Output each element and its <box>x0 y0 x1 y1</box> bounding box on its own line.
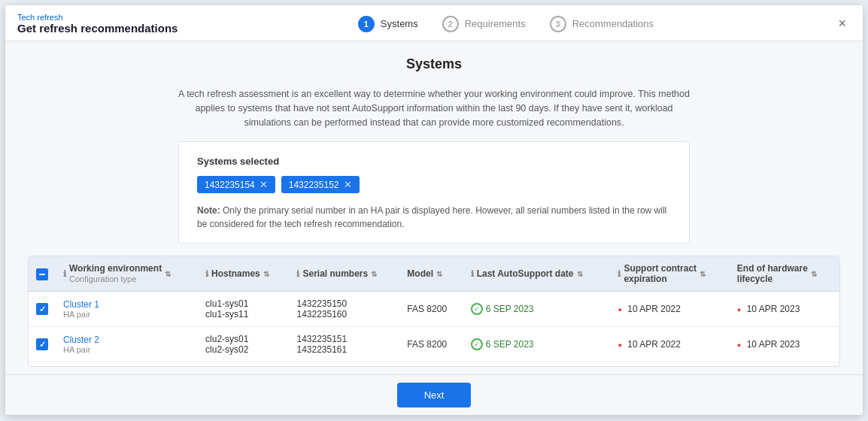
row1-lifecycle-date: 10 APR 2023 <box>747 304 800 314</box>
th-last-autosupport: ℹ Last AutoSupport date ⇅ <box>463 256 611 292</box>
tag-value-1: 1432235154 <box>205 180 255 190</box>
modal-title: Get refresh recommendations <box>17 22 178 35</box>
modal: Tech refresh Get refresh recommendations… <box>5 5 863 415</box>
sort-icon-model[interactable]: ⇅ <box>436 270 442 278</box>
sort-icon-host[interactable]: ⇅ <box>263 270 269 278</box>
row1-checkbox[interactable]: ✓ <box>36 303 48 315</box>
step-systems[interactable]: 1 Systems <box>358 16 418 32</box>
row1-support-date: 10 APR 2022 <box>627 304 681 314</box>
row1-model: FAS 8200 <box>399 292 463 327</box>
step-label-1: Systems <box>381 18 418 29</box>
tag-close-2[interactable]: ✕ <box>344 179 352 190</box>
modal-header: Tech refresh Get refresh recommendations… <box>5 5 863 41</box>
th-info-icon-serial: ℹ <box>296 269 299 279</box>
table-row: ✓ Cluster 1 HA pair clu1-sys01 clu1-sys1… <box>29 292 839 327</box>
tags-row: 1432235154 ✕ 1432235152 ✕ <box>197 176 671 193</box>
systems-selected-card: Systems selected 1432235154 ✕ 1432235152… <box>178 141 690 244</box>
th-checkbox <box>29 256 56 292</box>
row2-checkbox[interactable]: ✓ <box>36 338 48 350</box>
modal-body: Systems A tech refresh assessment is an … <box>5 41 863 374</box>
row2-serial1: 1432235151 <box>296 334 392 344</box>
th-hostnames-label: Hostnames <box>211 268 260 279</box>
row2-status-icon: ✓ <box>471 338 483 350</box>
next-button[interactable]: Next <box>397 383 472 407</box>
th-hostnames: ℹ Hostnames ⇅ <box>198 256 289 292</box>
row1-env-name: Cluster 1 <box>63 299 190 310</box>
step-circle-2: 2 <box>442 16 459 32</box>
th-support-contract: ℹ Support contractexpiration ⇅ <box>610 256 729 292</box>
row2-host1: clu2-sys01 <box>205 334 281 344</box>
row2-support-dot: ● <box>618 341 621 349</box>
row2-serial2: 1432235161 <box>296 344 392 355</box>
table-row: ✓ Cluster 2 HA pair clu2-sys01 clu2-sys0… <box>29 327 839 362</box>
row2-env-type: HA pair <box>63 345 190 354</box>
th-working-env-label: Working environmentConfiguration type <box>69 263 162 284</box>
row3-checkbox-cell <box>29 362 56 367</box>
tag-1432235154: 1432235154 ✕ <box>197 176 275 193</box>
row2-autosupport-date: 6 SEP 2023 <box>486 339 534 350</box>
row1-host2: clu1-sys11 <box>205 309 281 320</box>
row2-lifecycle-dot: ● <box>737 341 741 349</box>
row1-serial2: 1432235160 <box>296 309 392 320</box>
sort-icon-lifecycle[interactable]: ⇅ <box>811 270 817 278</box>
step-recommendations[interactable]: 3 Recommendations <box>550 16 654 32</box>
row1-check-icon: ✓ <box>39 304 46 314</box>
row1-lifecycle-dot: ● <box>737 306 741 313</box>
row3-support-exp: ● 10 APR 2022 <box>610 362 729 367</box>
section-description: A tech refresh assessment is an excellen… <box>178 87 690 129</box>
sort-icon-env[interactable]: ⇅ <box>165 270 171 278</box>
sort-icon-serial[interactable]: ⇅ <box>371 270 377 278</box>
row2-lifecycle: ● 10 APR 2023 <box>730 327 839 362</box>
th-model: Model ⇅ <box>399 256 463 292</box>
row2-serials: 1432235151 1432235161 <box>289 327 399 362</box>
th-autosupport-label: Last AutoSupport date <box>477 268 574 279</box>
th-info-icon-support: ℹ <box>618 269 621 279</box>
tag-1432235152: 1432235152 ✕ <box>281 176 360 193</box>
row2-hostnames: clu2-sys01 clu2-sys02 <box>198 327 289 362</box>
row1-support-dot: ● <box>618 306 621 313</box>
row1-autosupport-date: 6 SEP 2023 <box>486 304 534 314</box>
row3-env: Cluster 3 HA pair <box>56 362 198 367</box>
sort-icon-support[interactable]: ⇅ <box>700 270 706 278</box>
header-left: Tech refresh Get refresh recommendations <box>17 13 178 35</box>
row1-autosupport: ✓ 6 SEP 2023 <box>463 292 611 327</box>
step-label-2: Requirements <box>465 18 526 29</box>
th-info-icon-host: ℹ <box>205 269 208 279</box>
table-section: ℹ Working environmentConfiguration type … <box>28 256 840 367</box>
th-info-icon-env: ℹ <box>63 269 66 279</box>
row2-lifecycle-date: 10 APR 2023 <box>747 339 800 350</box>
row3-lifecycle: ● 10 SEP 2023 <box>730 362 839 367</box>
th-end-lifecycle: End of hardwarelifecycle ⇅ <box>730 256 839 292</box>
th-serial-label: Serial numbers <box>302 268 368 279</box>
row1-serial1: 1432235150 <box>296 298 392 309</box>
row1-checkbox-cell: ✓ <box>29 292 56 327</box>
row2-checkbox-cell: ✓ <box>29 327 56 362</box>
row1-status-icon: ✓ <box>471 303 483 315</box>
header-checkbox[interactable] <box>36 268 48 280</box>
step-requirements[interactable]: 2 Requirements <box>442 16 526 32</box>
th-info-icon-auto: ℹ <box>471 269 474 279</box>
row1-hostnames: clu1-sys01 clu1-sys11 <box>198 292 289 327</box>
table-body: ✓ Cluster 1 HA pair clu1-sys01 clu1-sys1… <box>29 292 839 367</box>
th-lifecycle-label: End of hardwarelifecycle <box>737 263 808 284</box>
tag-value-2: 1432235152 <box>289 180 339 190</box>
step-label-3: Recommendations <box>572 18 654 29</box>
step-circle-1: 1 <box>358 16 375 32</box>
close-button[interactable]: × <box>833 14 851 33</box>
row2-model: FAS 8200 <box>399 327 463 362</box>
tech-refresh-label: Tech refresh <box>17 13 178 22</box>
th-support-label: Support contractexpiration <box>624 263 697 284</box>
row1-serials: 1432235150 1432235160 <box>289 292 399 327</box>
table-row: Cluster 3 HA pair clu3-sys01 clu3-sys02 … <box>29 362 839 367</box>
tag-close-1[interactable]: ✕ <box>259 179 268 190</box>
row1-env-type: HA pair <box>63 310 190 319</box>
row3-serials: 1432235152 1432235162 <box>289 362 399 367</box>
section-title: Systems <box>28 56 840 72</box>
row2-support-exp: ● 10 APR 2022 <box>610 327 729 362</box>
sort-icon-auto[interactable]: ⇅ <box>577 270 583 278</box>
data-table: ℹ Working environmentConfiguration type … <box>29 256 839 367</box>
row2-env: Cluster 2 HA pair <box>56 327 198 362</box>
th-model-label: Model <box>407 268 433 279</box>
th-working-env: ℹ Working environmentConfiguration type … <box>56 256 198 292</box>
note-text: Note: Only the primary serial number in … <box>197 204 671 231</box>
